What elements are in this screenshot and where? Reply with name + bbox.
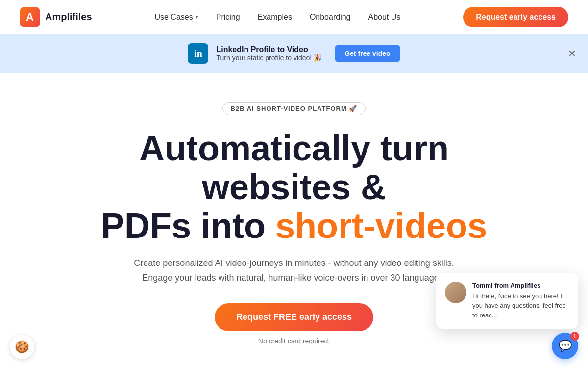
- navbar: A Amplifiles Use Cases ▾ Pricing Example…: [0, 0, 588, 34]
- nav-link-onboarding[interactable]: Onboarding: [310, 13, 351, 22]
- chat-popup[interactable]: Tommi from Amplifiles Hi there, Nice to …: [436, 273, 578, 329]
- banner-title: LinkedIn Profile to Video: [216, 45, 322, 54]
- chat-agent-name: Tommi from Amplifiles: [472, 282, 569, 289]
- avatar-image: [445, 282, 466, 303]
- logo-icon: A: [20, 7, 40, 27]
- cookie-icon: 🍪: [15, 340, 29, 354]
- close-icon[interactable]: ✕: [568, 48, 576, 59]
- nav-link-pricing[interactable]: Pricing: [216, 13, 240, 22]
- banner-subtitle: Turn your static profile to video! 🎉: [216, 54, 322, 62]
- logo[interactable]: A Amplifiles: [20, 7, 92, 27]
- hero-subtitle-line1: Create personalized AI video-journeys in…: [134, 258, 454, 268]
- nav-link-examples[interactable]: Examples: [258, 13, 292, 22]
- hero-cta-button[interactable]: Request FREE early access: [215, 303, 373, 331]
- logo-text: Amplifiles: [45, 11, 92, 23]
- hero-subtitle: Create personalized AI video-journeys in…: [134, 256, 454, 286]
- chat-badge: 1: [570, 332, 579, 341]
- hero-heading-highlight: short-videos: [275, 206, 487, 245]
- avatar: [445, 282, 466, 303]
- banner-cta-button[interactable]: Get free video: [335, 45, 400, 62]
- hero-heading-pre-highlight: PDFs into: [101, 206, 275, 245]
- hero-no-cc-label: No credit card required.: [258, 337, 330, 345]
- hero-subtitle-line2: Engage your leads with natural, human-li…: [142, 273, 445, 283]
- nav-link-about-us[interactable]: About Us: [368, 13, 401, 22]
- logo-letter: A: [26, 11, 34, 24]
- nav-link-use-cases[interactable]: Use Cases ▾: [154, 13, 198, 22]
- chat-content: Tommi from Amplifiles Hi there, Nice to …: [472, 282, 569, 320]
- linkedin-banner: in LinkedIn Profile to Video Turn your s…: [0, 34, 588, 73]
- chat-message-text: Hi there, Nice to see you here! If you h…: [472, 291, 569, 320]
- hero-heading: Automatically turn websites & PDFs into …: [74, 129, 514, 246]
- chat-icon: 💬: [559, 340, 572, 352]
- chat-button[interactable]: 💬 1: [552, 333, 578, 359]
- linkedin-icon: in: [188, 43, 208, 64]
- cookie-button[interactable]: 🍪: [10, 335, 34, 359]
- hero-heading-main: Automatically turn websites &: [139, 129, 449, 207]
- chevron-down-icon: ▾: [196, 14, 198, 20]
- nav-links: Use Cases ▾ Pricing Examples Onboarding …: [154, 13, 400, 22]
- hero-badge: B2B AI SHORT-VIDEO PLATFORM 🚀: [222, 102, 366, 115]
- nav-cta-button[interactable]: Request early access: [463, 7, 568, 27]
- banner-text: LinkedIn Profile to Video Turn your stat…: [216, 45, 322, 62]
